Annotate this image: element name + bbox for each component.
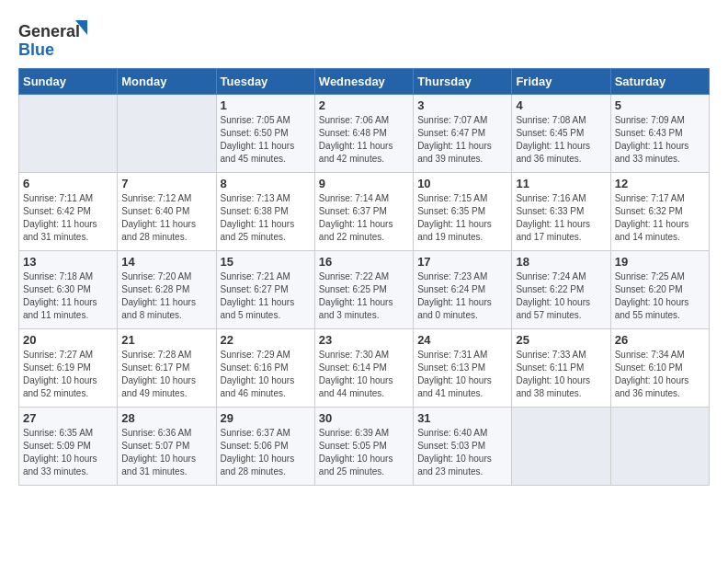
cell-content: Sunrise: 7:11 AMSunset: 6:42 PMDaylight:… [23, 192, 113, 244]
day-number: 3 [417, 98, 507, 112]
calendar-cell: 1Sunrise: 7:05 AMSunset: 6:50 PMDaylight… [216, 95, 314, 173]
calendar-cell: 12Sunrise: 7:17 AMSunset: 6:32 PMDayligh… [610, 173, 709, 251]
cell-content: Sunrise: 6:39 AMSunset: 5:05 PMDaylight:… [319, 427, 409, 478]
calendar-cell: 23Sunrise: 7:30 AMSunset: 6:14 PMDayligh… [314, 329, 413, 408]
cell-content: Sunrise: 6:36 AMSunset: 5:07 PMDaylight:… [121, 427, 211, 478]
day-number: 11 [516, 177, 606, 190]
calendar-cell: 7Sunrise: 7:12 AMSunset: 6:40 PMDaylight… [118, 173, 216, 251]
day-number: 27 [23, 411, 113, 425]
calendar-cell: 16Sunrise: 7:22 AMSunset: 6:25 PMDayligh… [314, 251, 413, 329]
calendar-week-row: 27Sunrise: 6:35 AMSunset: 5:09 PMDayligh… [19, 408, 710, 486]
day-number: 9 [319, 177, 409, 190]
svg-text:General: General [18, 22, 80, 40]
calendar-cell: 11Sunrise: 7:16 AMSunset: 6:33 PMDayligh… [512, 173, 610, 251]
day-number: 15 [221, 255, 311, 269]
day-number: 14 [121, 255, 211, 269]
cell-content: Sunrise: 7:13 AMSunset: 6:38 PMDaylight:… [221, 192, 311, 244]
day-number: 25 [516, 333, 606, 347]
calendar-week-row: 20Sunrise: 7:27 AMSunset: 6:19 PMDayligh… [19, 329, 710, 408]
calendar-cell: 24Sunrise: 7:31 AMSunset: 6:13 PMDayligh… [414, 329, 512, 408]
calendar-cell: 14Sunrise: 7:20 AMSunset: 6:28 PMDayligh… [118, 251, 216, 329]
calendar-cell: 5Sunrise: 7:09 AMSunset: 6:43 PMDaylight… [610, 95, 709, 173]
calendar-cell: 2Sunrise: 7:06 AMSunset: 6:48 PMDaylight… [314, 95, 413, 173]
calendar-cell: 27Sunrise: 6:35 AMSunset: 5:09 PMDayligh… [19, 408, 118, 486]
cell-content: Sunrise: 7:16 AMSunset: 6:33 PMDaylight:… [516, 192, 606, 244]
cell-content: Sunrise: 7:21 AMSunset: 6:27 PMDaylight:… [221, 270, 311, 322]
day-header-thursday: Thursday [414, 69, 512, 95]
cell-content: Sunrise: 7:20 AMSunset: 6:28 PMDaylight:… [121, 270, 211, 322]
day-number: 2 [319, 98, 409, 112]
calendar-cell: 8Sunrise: 7:13 AMSunset: 6:38 PMDaylight… [216, 173, 314, 251]
cell-content: Sunrise: 7:12 AMSunset: 6:40 PMDaylight:… [121, 192, 211, 244]
calendar-cell: 28Sunrise: 6:36 AMSunset: 5:07 PMDayligh… [118, 408, 216, 486]
cell-content: Sunrise: 6:40 AMSunset: 5:03 PMDaylight:… [417, 427, 507, 478]
day-number: 6 [23, 177, 113, 190]
day-number: 8 [221, 177, 311, 190]
day-number: 10 [417, 177, 507, 190]
cell-content: Sunrise: 7:31 AMSunset: 6:13 PMDaylight:… [417, 349, 507, 400]
day-number: 31 [417, 411, 507, 425]
day-number: 29 [221, 411, 311, 425]
cell-content: Sunrise: 7:24 AMSunset: 6:22 PMDaylight:… [516, 270, 606, 322]
calendar-cell: 29Sunrise: 6:37 AMSunset: 5:06 PMDayligh… [216, 408, 314, 486]
day-header-friday: Friday [512, 69, 610, 95]
calendar-week-row: 13Sunrise: 7:18 AMSunset: 6:30 PMDayligh… [19, 251, 710, 329]
day-number: 4 [516, 98, 606, 112]
day-number: 12 [615, 177, 705, 190]
calendar-header-row: SundayMondayTuesdayWednesdayThursdayFrid… [19, 69, 710, 95]
day-number: 30 [319, 411, 409, 425]
day-number: 1 [221, 98, 311, 112]
cell-content: Sunrise: 7:30 AMSunset: 6:14 PMDaylight:… [319, 349, 409, 400]
day-header-tuesday: Tuesday [216, 69, 314, 95]
cell-content: Sunrise: 7:08 AMSunset: 6:45 PMDaylight:… [516, 114, 606, 166]
day-number: 16 [319, 255, 409, 269]
day-number: 19 [615, 255, 705, 269]
day-number: 28 [121, 411, 211, 425]
cell-content: Sunrise: 7:23 AMSunset: 6:24 PMDaylight:… [417, 270, 507, 322]
cell-content: Sunrise: 7:22 AMSunset: 6:25 PMDaylight:… [319, 270, 409, 322]
calendar-week-row: 1Sunrise: 7:05 AMSunset: 6:50 PMDaylight… [19, 95, 710, 173]
calendar-cell: 25Sunrise: 7:33 AMSunset: 6:11 PMDayligh… [512, 329, 610, 408]
logo: GeneralBlue [18, 18, 92, 59]
cell-content: Sunrise: 7:05 AMSunset: 6:50 PMDaylight:… [221, 114, 311, 166]
calendar-cell: 30Sunrise: 6:39 AMSunset: 5:05 PMDayligh… [314, 408, 413, 486]
calendar-cell: 20Sunrise: 7:27 AMSunset: 6:19 PMDayligh… [19, 329, 118, 408]
cell-content: Sunrise: 7:17 AMSunset: 6:32 PMDaylight:… [615, 192, 705, 244]
day-header-sunday: Sunday [19, 69, 118, 95]
calendar-week-row: 6Sunrise: 7:11 AMSunset: 6:42 PMDaylight… [19, 173, 710, 251]
cell-content: Sunrise: 7:25 AMSunset: 6:20 PMDaylight:… [615, 270, 705, 322]
day-header-saturday: Saturday [610, 69, 709, 95]
calendar-cell: 19Sunrise: 7:25 AMSunset: 6:20 PMDayligh… [610, 251, 709, 329]
calendar-cell: 18Sunrise: 7:24 AMSunset: 6:22 PMDayligh… [512, 251, 610, 329]
day-number: 13 [23, 255, 113, 269]
calendar-cell: 4Sunrise: 7:08 AMSunset: 6:45 PMDaylight… [512, 95, 610, 173]
calendar-cell [610, 408, 709, 486]
calendar-cell: 21Sunrise: 7:28 AMSunset: 6:17 PMDayligh… [118, 329, 216, 408]
cell-content: Sunrise: 6:35 AMSunset: 5:09 PMDaylight:… [23, 427, 113, 478]
cell-content: Sunrise: 7:29 AMSunset: 6:16 PMDaylight:… [221, 349, 311, 400]
day-number: 21 [121, 333, 211, 347]
cell-content: Sunrise: 7:18 AMSunset: 6:30 PMDaylight:… [23, 270, 113, 322]
day-number: 7 [121, 177, 211, 190]
calendar-cell: 31Sunrise: 6:40 AMSunset: 5:03 PMDayligh… [414, 408, 512, 486]
cell-content: Sunrise: 7:15 AMSunset: 6:35 PMDaylight:… [417, 192, 507, 244]
calendar-cell [512, 408, 610, 486]
calendar-cell: 9Sunrise: 7:14 AMSunset: 6:37 PMDaylight… [314, 173, 413, 251]
cell-content: Sunrise: 7:28 AMSunset: 6:17 PMDaylight:… [121, 349, 211, 400]
logo-svg: GeneralBlue [18, 18, 92, 59]
calendar-table: SundayMondayTuesdayWednesdayThursdayFrid… [18, 68, 710, 486]
cell-content: Sunrise: 7:34 AMSunset: 6:10 PMDaylight:… [615, 349, 705, 400]
cell-content: Sunrise: 7:27 AMSunset: 6:19 PMDaylight:… [23, 349, 113, 400]
cell-content: Sunrise: 6:37 AMSunset: 5:06 PMDaylight:… [221, 427, 311, 478]
calendar-cell: 10Sunrise: 7:15 AMSunset: 6:35 PMDayligh… [414, 173, 512, 251]
cell-content: Sunrise: 7:06 AMSunset: 6:48 PMDaylight:… [319, 114, 409, 166]
day-number: 24 [417, 333, 507, 347]
calendar-cell: 6Sunrise: 7:11 AMSunset: 6:42 PMDaylight… [19, 173, 118, 251]
calendar-cell: 26Sunrise: 7:34 AMSunset: 6:10 PMDayligh… [610, 329, 709, 408]
day-number: 22 [221, 333, 311, 347]
calendar-cell [19, 95, 118, 173]
day-number: 5 [615, 98, 705, 112]
day-number: 18 [516, 255, 606, 269]
day-number: 17 [417, 255, 507, 269]
cell-content: Sunrise: 7:07 AMSunset: 6:47 PMDaylight:… [417, 114, 507, 166]
